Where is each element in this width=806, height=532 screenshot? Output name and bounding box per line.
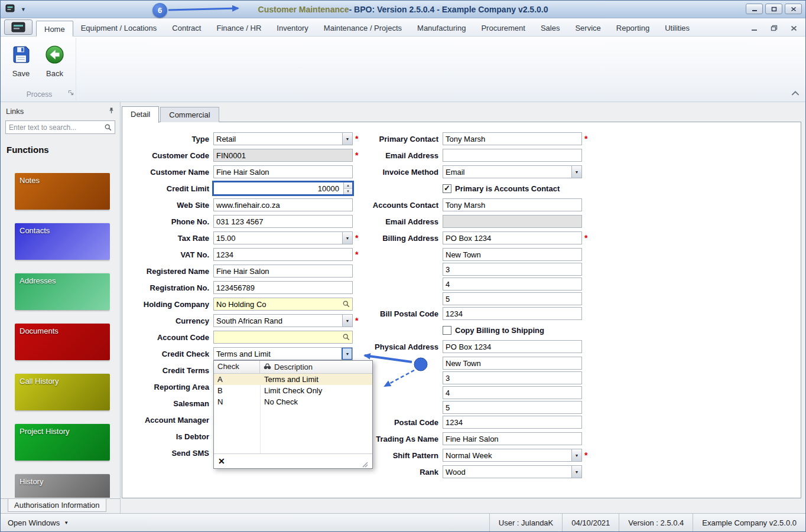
- input-billing-address[interactable]: PO Box 1234: [443, 231, 582, 244]
- input-address-line[interactable]: 5: [443, 401, 582, 414]
- left-row-phone-no: Phone No.031 123 4567: [128, 215, 360, 228]
- field-cell: Fine Hair Salon: [213, 265, 353, 278]
- menu-tab-maintenance-projects[interactable]: Maintenance / Projects: [316, 20, 410, 36]
- input-address-line[interactable]: 5: [443, 292, 582, 305]
- input-accounts-contact[interactable]: Tony Marsh: [443, 198, 582, 211]
- pin-icon[interactable]: [108, 107, 115, 116]
- input-phone-no[interactable]: 031 123 4567: [213, 215, 353, 228]
- function-label: Contacts: [15, 223, 54, 238]
- input-holding-company[interactable]: No Holding Co: [213, 298, 353, 311]
- function-contacts[interactable]: Contacts: [15, 223, 110, 260]
- menu-tab-contract[interactable]: Contract: [164, 20, 209, 36]
- input-credit-check[interactable]: Terms and Limit▼: [213, 347, 353, 360]
- input-bill-postal-code[interactable]: 1234: [443, 307, 582, 320]
- dropdown-button[interactable]: ▼: [571, 449, 581, 461]
- close-button[interactable]: [785, 4, 802, 14]
- menu-tab-sales[interactable]: Sales: [533, 20, 568, 36]
- dropdown-button[interactable]: ▼: [571, 466, 581, 478]
- mdi-minimize-icon[interactable]: [751, 23, 758, 34]
- minimize-button[interactable]: [746, 4, 763, 14]
- menu-tab-reporting[interactable]: Reporting: [609, 20, 657, 36]
- input-type[interactable]: Retail▼: [213, 132, 353, 145]
- checkbox-copy-billing-to-shipping[interactable]: [443, 326, 451, 335]
- save-button[interactable]: Save: [8, 43, 34, 80]
- maximize-button[interactable]: [765, 4, 782, 14]
- function-project-history[interactable]: Project History: [15, 424, 110, 461]
- search-icon[interactable]: [105, 124, 112, 131]
- dropdown-footer: ✕: [214, 453, 372, 468]
- input-address-line[interactable]: 4: [443, 386, 582, 399]
- function-addresses[interactable]: Addresses: [15, 273, 110, 310]
- field-cell: No Holding Co: [213, 298, 353, 311]
- dropdown-column-description[interactable]: Description: [260, 361, 372, 373]
- input-vat-no[interactable]: 1234: [213, 248, 353, 261]
- input-rank[interactable]: Wood▼: [443, 465, 582, 478]
- field-label: Accounts Contact: [350, 201, 443, 210]
- input-address-line[interactable]: 4: [443, 278, 582, 291]
- menu-tab-service[interactable]: Service: [567, 20, 608, 36]
- left-row-currency: CurrencySouth African Rand▼*: [128, 314, 360, 327]
- input-postal-code[interactable]: 1234: [443, 416, 582, 429]
- input-invoice-method[interactable]: Email▼: [443, 165, 582, 178]
- search-icon[interactable]: [343, 301, 350, 308]
- application-menu-button[interactable]: [4, 19, 32, 35]
- menu-tab-equipment-locations[interactable]: Equipment / Locations: [73, 20, 165, 36]
- input-shift-pattern[interactable]: Normal Week▼: [443, 449, 582, 462]
- dialog-launcher-icon[interactable]: [68, 87, 74, 98]
- input-email-address[interactable]: [443, 149, 582, 162]
- input-trading-as-name[interactable]: Fine Hair Salon: [443, 432, 582, 445]
- checkbox-primary-is-accounts-contact[interactable]: ✓: [443, 184, 451, 193]
- open-windows-button[interactable]: Open Windows ▼: [1, 518, 76, 527]
- dropdown-button[interactable]: ▼: [571, 166, 581, 178]
- input-physical-address[interactable]: PO Box 1234: [443, 340, 582, 353]
- dropdown-row-terms-and-limit[interactable]: ATerms and Limit: [214, 374, 372, 385]
- input-web-site[interactable]: www.finehair.co.za: [213, 198, 353, 211]
- function-documents[interactable]: Documents: [15, 324, 110, 360]
- input-email-address[interactable]: [443, 215, 582, 228]
- input-address-line[interactable]: New Town: [443, 357, 582, 370]
- input-credit-limit[interactable]: 10000▲▼: [213, 182, 353, 195]
- field-value: 123456789: [216, 283, 255, 292]
- status-date: 04/10/2021: [562, 514, 619, 531]
- dropdown-header: Check Description: [214, 361, 372, 374]
- input-currency[interactable]: South African Rand▼: [213, 314, 353, 327]
- right-row-copy-billing-to-shipping: Copy Billing to Shipping: [350, 324, 589, 337]
- field-value: Tony Marsh: [446, 201, 485, 210]
- back-button[interactable]: Back: [41, 43, 68, 80]
- dropdown-column-check[interactable]: Check: [214, 361, 260, 373]
- menu-tab-finance-hr[interactable]: Finance / HR: [209, 20, 269, 36]
- ribbon-collapse-icon[interactable]: [791, 87, 800, 98]
- mdi-restore-icon[interactable]: [771, 23, 778, 34]
- function-call-history[interactable]: Call History: [15, 374, 110, 410]
- dropdown-row-limit-check-only[interactable]: BLimit Check Only: [214, 385, 372, 396]
- menu-tab-procurement[interactable]: Procurement: [473, 20, 532, 36]
- menu-tab-utilities[interactable]: Utilities: [657, 20, 697, 36]
- authorisation-information-tab[interactable]: Authorisation Information: [8, 499, 106, 512]
- close-icon[interactable]: ✕: [218, 456, 225, 466]
- input-customer-code[interactable]: FIN0001: [213, 149, 353, 162]
- dropdown-row-no-check[interactable]: NNo Check: [214, 396, 372, 407]
- resize-grip[interactable]: [361, 461, 368, 468]
- input-account-code[interactable]: [213, 331, 353, 344]
- menu-tab-inventory[interactable]: Inventory: [269, 20, 316, 36]
- field-value: Fine Hair Salon: [216, 267, 269, 276]
- status-company: Example Company v2.5.0.0: [693, 514, 805, 531]
- function-history[interactable]: History: [15, 474, 110, 498]
- tab-detail[interactable]: Detail: [122, 106, 159, 123]
- input-tax-rate[interactable]: 15.00▼: [213, 231, 353, 244]
- input-address-line[interactable]: 3: [443, 263, 582, 276]
- function-notes[interactable]: Notes: [15, 173, 110, 210]
- tab-commercial[interactable]: Commercial: [160, 107, 219, 122]
- menu-tab-home[interactable]: Home: [36, 21, 73, 37]
- input-address-line[interactable]: 3: [443, 371, 582, 384]
- input-primary-contact[interactable]: Tony Marsh: [443, 132, 582, 145]
- input-address-line[interactable]: New Town: [443, 248, 582, 261]
- mdi-close-icon[interactable]: [791, 23, 797, 34]
- input-registered-name[interactable]: Fine Hair Salon: [213, 265, 353, 278]
- input-customer-name[interactable]: Fine Hair Salon: [213, 165, 353, 178]
- field-cell: [443, 215, 582, 228]
- input-registration-no[interactable]: 123456789: [213, 281, 353, 294]
- search-input[interactable]: [9, 123, 105, 132]
- search-icon[interactable]: [343, 334, 350, 341]
- menu-tab-manufacturing[interactable]: Manufacturing: [410, 20, 473, 36]
